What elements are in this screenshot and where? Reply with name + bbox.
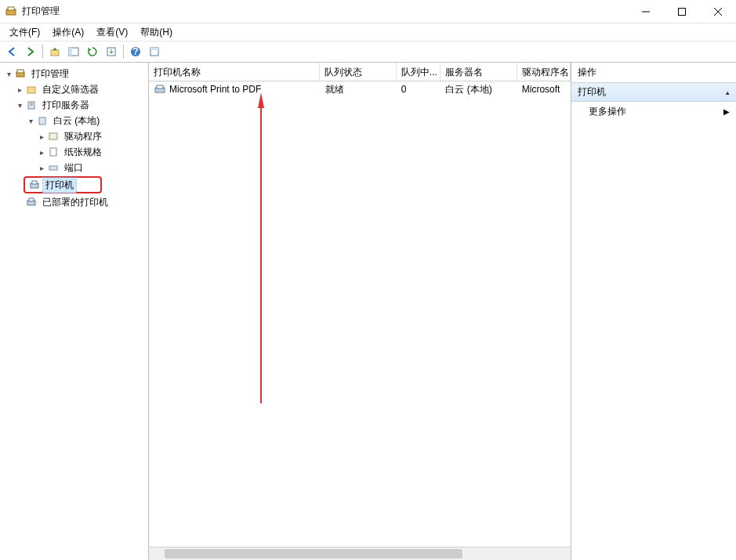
menu-file[interactable]: 文件(F) [3,24,46,41]
properties-button[interactable] [146,43,163,60]
expand-icon[interactable]: ▸ [14,85,25,94]
svg-text:?: ? [132,46,138,57]
toolbar: ? [0,41,736,63]
svg-rect-6 [51,50,59,56]
tree-printers[interactable]: 打印机 [24,176,102,193]
tree-custom-filters[interactable]: ▸ 自定义筛选器 [0,81,148,97]
column-jobs[interactable]: 队列中... [397,63,441,81]
tree-root[interactable]: ▾ 打印管理 [0,66,148,81]
column-queue-status[interactable]: 队列状态 [320,63,396,81]
driver-icon [47,130,60,143]
close-button[interactable] [700,0,736,23]
refresh-button[interactable] [84,43,101,60]
back-button[interactable] [3,43,20,60]
svg-rect-13 [150,48,158,50]
toolbar-separator [123,45,124,59]
toolbar-separator [42,45,43,59]
svg-rect-25 [32,181,37,184]
horizontal-scrollbar[interactable] [149,547,571,560]
expand-icon[interactable]: ▸ [36,148,47,157]
tree-label: 白云 (本地) [53,114,100,128]
menu-action[interactable]: 操作(A) [46,24,90,41]
printer-icon [25,196,38,208]
svg-rect-15 [17,70,24,73]
export-list-button[interactable] [103,43,120,60]
scrollbar-thumb[interactable] [165,549,462,558]
list-pane: 打印机名称 队列状态 队列中... 服务器名 驱动程序名 Microsoft P… [149,63,571,560]
printer-icon [154,84,166,95]
minimize-button[interactable] [628,0,664,23]
printer-icon [28,179,41,191]
actions-section-label: 打印机 [578,85,606,99]
list-body: Microsoft Print to PDF 就绪 0 白云 (本地) Micr… [149,81,571,547]
actions-header: 操作 [571,63,736,83]
maximize-button[interactable] [664,0,700,23]
menu-bar: 文件(F) 操作(A) 查看(V) 帮助(H) [0,23,736,41]
actions-section-printers[interactable]: 打印机 ▴ [571,83,736,102]
body: ▾ 打印管理 ▸ 自定义筛选器 ▾ 打印服务器 ▾ 白云 (本地) ▸ 驱动程序… [0,63,736,560]
port-icon [47,161,60,174]
help-button[interactable]: ? [127,43,144,60]
cell-driver: Microsoft [517,82,571,96]
tree-label: 已部署的打印机 [42,196,108,209]
tree-forms[interactable]: ▸ 纸张规格 [0,144,148,160]
menu-help[interactable]: 帮助(H) [134,24,179,41]
tree-ports[interactable]: ▸ 端口 [0,160,148,175]
expand-icon[interactable]: ▾ [25,117,36,125]
expand-icon[interactable]: ▾ [3,70,14,78]
svg-rect-1 [8,7,14,10]
menu-view[interactable]: 查看(V) [90,24,134,41]
list-header: 打印机名称 队列状态 队列中... 服务器名 驱动程序名 [149,63,571,81]
tree-print-servers[interactable]: ▾ 打印服务器 [0,97,148,113]
submenu-arrow-icon: ▶ [723,107,730,116]
svg-rect-20 [39,117,45,125]
forward-button[interactable] [22,43,39,60]
column-driver[interactable]: 驱动程序名 [517,63,571,81]
expand-icon[interactable]: ▾ [14,101,25,110]
server-icon [36,114,49,127]
expand-icon[interactable]: ▸ [36,164,47,172]
show-hide-tree-button[interactable] [65,43,82,60]
server-icon [25,99,38,111]
actions-pane: 操作 打印机 ▴ 更多操作 ▶ [571,63,736,560]
print-management-icon [14,67,27,80]
tree-deployed-printers[interactable]: • 已部署的打印机 [0,194,148,210]
actions-more-label: 更多操作 [589,105,626,118]
list-row[interactable]: Microsoft Print to PDF 就绪 0 白云 (本地) Micr… [149,81,571,97]
svg-rect-16 [27,87,35,93]
cell-queue: 就绪 [321,81,397,98]
tree-label: 驱动程序 [64,130,102,143]
cell-name: Microsoft Print to PDF [169,84,261,95]
svg-rect-27 [29,198,34,201]
svg-rect-23 [49,166,57,170]
window-title: 打印管理 [22,5,628,18]
tree-label: 打印服务器 [42,99,89,112]
title-bar: 打印管理 [0,0,736,23]
app-icon [5,5,17,18]
tree-local-server[interactable]: ▾ 白云 (本地) [0,113,148,128]
cell-server: 白云 (本地) [441,81,517,98]
svg-rect-22 [50,148,56,156]
svg-rect-21 [49,133,57,139]
actions-more[interactable]: 更多操作 ▶ [571,102,736,121]
expand-icon[interactable]: ▸ [36,132,47,141]
up-button[interactable] [46,43,63,60]
tree-label: 打印机 [45,179,74,192]
cell-jobs: 0 [397,82,441,96]
column-printer-name[interactable]: 打印机名称 [149,63,320,81]
tree-pane: ▾ 打印管理 ▸ 自定义筛选器 ▾ 打印服务器 ▾ 白云 (本地) ▸ 驱动程序… [0,63,149,560]
column-server[interactable]: 服务器名 [441,63,517,81]
tree-drivers[interactable]: ▸ 驱动程序 [0,128,148,144]
svg-rect-3 [679,8,686,15]
collapse-icon: ▴ [726,89,730,96]
tree-label: 端口 [64,161,83,175]
svg-rect-8 [69,48,72,56]
annotation-arrow [255,94,270,407]
svg-rect-29 [157,85,163,89]
tree-label: 打印管理 [31,67,69,81]
tree-label: 纸张规格 [64,146,102,159]
page-icon [47,146,60,158]
filter-icon [25,83,38,96]
tree-label: 自定义筛选器 [42,83,99,96]
